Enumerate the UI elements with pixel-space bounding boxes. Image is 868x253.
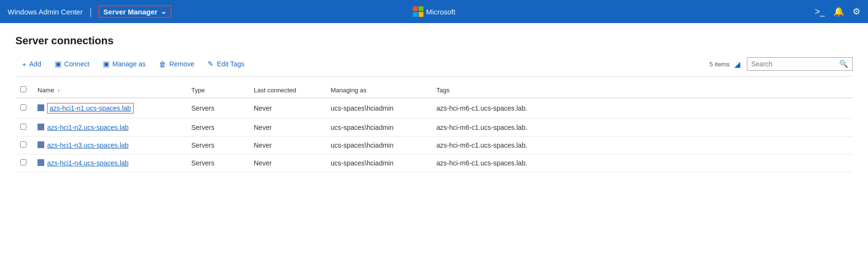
items-count: 5 items: [709, 61, 730, 68]
topbar-center: Microsoft: [413, 6, 456, 17]
server-name-link[interactable]: azs-hci1-n3.ucs-spaces.lab: [47, 141, 129, 149]
row-type-cell: Servers: [186, 137, 249, 154]
row-checkbox[interactable]: [20, 124, 26, 130]
row-name-cell: azs-hci1-n2.ucs-spaces.lab: [33, 119, 186, 137]
row-checkbox[interactable]: [20, 141, 26, 148]
col-header-managing-as[interactable]: Managing as: [326, 82, 432, 98]
chevron-down-icon: ⌄: [161, 7, 167, 16]
terminal-icon[interactable]: >_: [815, 7, 825, 17]
ms-logo-grid: [413, 6, 423, 17]
search-box: 🔍: [747, 57, 853, 71]
server-table-container: Name ↑ Type Last connected Managing as T…: [15, 82, 853, 172]
table-body: azs-hci1-n1.ucs-spaces.labServersNeveruc…: [15, 98, 853, 172]
row-name-cell: azs-hci1-n3.ucs-spaces.lab: [33, 137, 186, 154]
row-tags-cell: azs-hci-m6-c1.ucs-spaces.lab.: [432, 119, 853, 137]
topbar-left: Windows Admin Center | Server Manager ⌄: [8, 5, 413, 18]
row-tags-cell: azs-hci-m6-c1.ucs-spaces.lab.: [432, 137, 853, 154]
add-button[interactable]: + Add: [15, 57, 48, 71]
manage-as-button[interactable]: ▣ Manage as: [96, 57, 152, 71]
sort-arrow-icon: ↑: [57, 88, 60, 93]
page-title: Server connections: [15, 35, 853, 47]
table-row: azs-hci1-n1.ucs-spaces.labServersNeveruc…: [15, 98, 853, 119]
row-last-connected-cell: Never: [249, 119, 326, 137]
row-checkbox-cell: [15, 98, 33, 119]
search-icon: 🔍: [839, 60, 848, 68]
row-tags-cell: azs-hci-m6-c1.ucs-spaces.lab.: [432, 154, 853, 172]
edit-tags-label: Edit Tags: [217, 60, 244, 68]
connect-label: Connect: [64, 60, 89, 68]
table-row: azs-hci1-n3.ucs-spaces.labServersNeveruc…: [15, 137, 853, 154]
add-label: Add: [29, 60, 41, 68]
server-icon: [37, 104, 44, 111]
remove-label: Remove: [169, 60, 194, 68]
toolbar: + Add ▣ Connect ▣ Manage as 🗑 Remove ✎ E…: [15, 57, 853, 76]
search-input[interactable]: [751, 60, 839, 68]
row-last-connected-cell: Never: [249, 137, 326, 154]
add-icon: +: [22, 60, 26, 68]
topbar-divider: |: [89, 6, 92, 17]
row-tags-cell: azs-hci-m6-c1.ucs-spaces.lab.: [432, 98, 853, 119]
main-content: Server connections + Add ▣ Connect ▣ Man…: [0, 23, 868, 253]
row-last-connected-cell: Never: [249, 154, 326, 172]
server-icon: [37, 159, 44, 166]
context-switcher[interactable]: Server Manager ⌄: [99, 5, 172, 18]
row-checkbox-cell: [15, 119, 33, 137]
connect-icon: ▣: [55, 60, 62, 68]
col-header-name[interactable]: Name ↑: [33, 82, 186, 98]
row-type-cell: Servers: [186, 119, 249, 137]
edit-tags-button[interactable]: ✎ Edit Tags: [201, 57, 251, 71]
row-checkbox-cell: [15, 137, 33, 154]
remove-icon: 🗑: [159, 60, 166, 68]
context-label: Server Manager: [103, 8, 158, 16]
row-managing-as-cell: ucs-spaces\hciadmin: [326, 98, 432, 119]
row-checkbox[interactable]: [20, 159, 26, 165]
bell-icon[interactable]: 🔔: [833, 6, 844, 17]
topbar: Windows Admin Center | Server Manager ⌄ …: [0, 0, 868, 23]
table-header-row: Name ↑ Type Last connected Managing as T…: [15, 82, 853, 98]
server-name-link[interactable]: azs-hci1-n4.ucs-spaces.lab: [47, 159, 129, 167]
col-header-last-connected[interactable]: Last connected: [249, 82, 326, 98]
edit-tags-icon: ✎: [208, 60, 214, 68]
row-managing-as-cell: ucs-spaces\hciadmin: [326, 137, 432, 154]
manage-as-label: Manage as: [112, 60, 146, 68]
manage-as-icon: ▣: [103, 60, 110, 68]
server-icon: [37, 124, 44, 130]
select-all-checkbox[interactable]: [20, 86, 26, 92]
microsoft-label: Microsoft: [426, 8, 456, 16]
remove-button[interactable]: 🗑 Remove: [152, 57, 201, 71]
row-checkbox-cell: [15, 154, 33, 172]
col-header-tags[interactable]: Tags: [432, 82, 853, 98]
server-name-link[interactable]: azs-hci1-n2.ucs-spaces.lab: [47, 124, 129, 131]
connect-button[interactable]: ▣ Connect: [48, 57, 96, 71]
row-last-connected-cell: Never: [249, 98, 326, 119]
row-managing-as-cell: ucs-spaces\hciadmin: [326, 119, 432, 137]
row-checkbox[interactable]: [20, 104, 26, 111]
server-icon: [37, 141, 44, 148]
row-type-cell: Servers: [186, 154, 249, 172]
col-header-type[interactable]: Type: [186, 82, 249, 98]
topbar-right: >_ 🔔 ⚙: [455, 6, 860, 17]
settings-icon[interactable]: ⚙: [853, 6, 860, 17]
table-row: azs-hci1-n4.ucs-spaces.labServersNeveruc…: [15, 154, 853, 172]
row-name-cell: azs-hci1-n4.ucs-spaces.lab: [33, 154, 186, 172]
select-all-header: [15, 82, 33, 98]
row-type-cell: Servers: [186, 98, 249, 119]
brand-label: Windows Admin Center: [8, 8, 83, 16]
filter-icon[interactable]: ◢: [734, 60, 740, 69]
server-name-link[interactable]: azs-hci1-n1.ucs-spaces.lab: [47, 103, 134, 114]
microsoft-logo: [413, 6, 423, 17]
server-table: Name ↑ Type Last connected Managing as T…: [15, 82, 853, 172]
row-managing-as-cell: ucs-spaces\hciadmin: [326, 154, 432, 172]
row-name-cell: azs-hci1-n1.ucs-spaces.lab: [33, 98, 186, 119]
table-row: azs-hci1-n2.ucs-spaces.labServersNeveruc…: [15, 119, 853, 137]
